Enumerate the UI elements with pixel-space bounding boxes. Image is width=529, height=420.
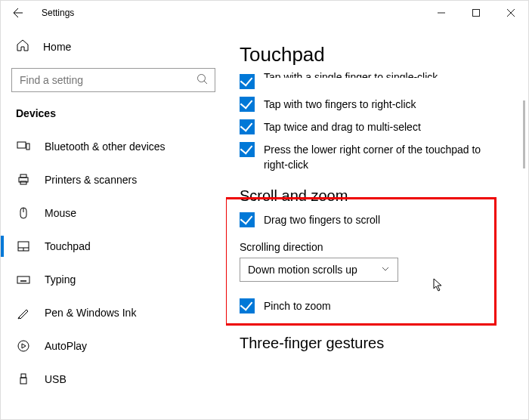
nav-label: AutoPlay xyxy=(45,340,87,352)
svg-point-22 xyxy=(18,341,29,351)
nav-label: Pen & Windows Ink xyxy=(45,307,136,319)
svg-rect-1 xyxy=(473,10,480,17)
maximize-button[interactable] xyxy=(459,1,493,25)
scroll-direction-label: Scrolling direction xyxy=(240,241,506,253)
check-label: Tap twice and drag to multi-select xyxy=(264,119,421,134)
scrollbar[interactable] xyxy=(523,100,525,168)
nav-typing[interactable]: Typing xyxy=(1,263,226,296)
svg-rect-23 xyxy=(21,374,26,378)
nav-pen[interactable]: Pen & Windows Ink xyxy=(1,296,226,329)
nav-usb[interactable]: USB xyxy=(1,363,226,396)
nav-label: Bluetooth & other devices xyxy=(45,141,166,153)
back-arrow-icon xyxy=(11,7,23,19)
nav-autoplay[interactable]: AutoPlay xyxy=(1,329,226,363)
svg-line-5 xyxy=(204,81,207,84)
scroll-direction-dropdown[interactable]: Down motion scrolls up xyxy=(240,258,398,282)
nav-label: Printers & scanners xyxy=(45,174,137,186)
nav-mouse[interactable]: Mouse xyxy=(1,196,226,230)
window-controls xyxy=(424,1,528,25)
nav-bluetooth[interactable]: Bluetooth & other devices xyxy=(1,130,226,163)
check-tap-single[interactable]: Tap with a single finger to single-click xyxy=(240,74,506,89)
mouse-icon xyxy=(16,205,31,221)
minimize-icon xyxy=(438,9,445,17)
home-label: Home xyxy=(43,41,71,53)
nav-label: USB xyxy=(45,373,67,385)
pen-icon xyxy=(16,305,31,320)
maximize-icon xyxy=(472,9,480,17)
nav-label: Touchpad xyxy=(45,240,91,252)
devices-icon xyxy=(16,139,31,154)
back-button[interactable] xyxy=(7,2,28,23)
check-tap-two-right[interactable]: Tap with two fingers to right-click xyxy=(240,97,506,112)
close-icon xyxy=(507,9,515,17)
checkbox[interactable] xyxy=(240,97,255,112)
printer-icon xyxy=(16,172,31,187)
check-label: Tap with two fingers to right-click xyxy=(264,97,416,112)
check-lower-right[interactable]: Press the lower right corner of the touc… xyxy=(240,142,506,172)
dropdown-value: Down motion scrolls up xyxy=(248,264,376,276)
search-input[interactable] xyxy=(11,68,215,92)
nav-printers[interactable]: Printers & scanners xyxy=(1,163,226,196)
window-title: Settings xyxy=(42,8,74,18)
check-label: Pinch to zoom xyxy=(264,298,331,313)
mouse-cursor-icon xyxy=(433,278,444,294)
nav-label: Mouse xyxy=(45,207,76,219)
check-label: Tap with a single finger to single-click xyxy=(264,69,438,78)
sidebar: Home Devices Bluetooth & other devices P… xyxy=(1,25,226,419)
svg-rect-6 xyxy=(17,142,26,148)
search-icon xyxy=(196,73,209,88)
section-scroll-zoom: Scroll and zoom xyxy=(240,187,506,205)
home-icon xyxy=(16,39,29,54)
touchpad-icon xyxy=(16,239,31,254)
checkbox[interactable] xyxy=(240,74,255,89)
checkbox[interactable] xyxy=(240,142,255,157)
svg-rect-7 xyxy=(26,144,29,150)
section-three-finger: Three-finger gestures xyxy=(240,335,506,352)
check-label: Drag two fingers to scroll xyxy=(264,212,380,227)
titlebar: Settings xyxy=(1,1,528,25)
svg-rect-9 xyxy=(20,174,26,178)
nav-label: Typing xyxy=(45,273,76,286)
chevron-down-icon xyxy=(381,264,390,276)
check-tap-twice-drag[interactable]: Tap twice and drag to multi-select xyxy=(240,119,506,134)
close-button[interactable] xyxy=(493,1,528,25)
check-label: Press the lower right corner of the touc… xyxy=(264,142,506,172)
nav-touchpad[interactable]: Touchpad xyxy=(1,230,226,263)
autoplay-icon xyxy=(16,338,31,354)
keyboard-icon xyxy=(16,272,31,287)
usb-icon xyxy=(16,372,31,387)
group-title: Devices xyxy=(1,107,226,130)
check-drag-scroll[interactable]: Drag two fingers to scroll xyxy=(240,212,506,227)
checkbox[interactable] xyxy=(240,212,255,227)
minimize-button[interactable] xyxy=(424,1,459,25)
page-title: Touchpad xyxy=(240,43,506,66)
checkbox[interactable] xyxy=(240,119,255,134)
search-box[interactable] xyxy=(11,68,215,92)
content-pane: Touchpad Tap with a single finger to sin… xyxy=(226,25,528,419)
home-nav[interactable]: Home xyxy=(1,39,226,68)
check-pinch-zoom[interactable]: Pinch to zoom xyxy=(240,298,506,313)
checkbox[interactable] xyxy=(240,298,255,313)
svg-rect-16 xyxy=(17,276,29,283)
svg-rect-24 xyxy=(20,378,26,384)
